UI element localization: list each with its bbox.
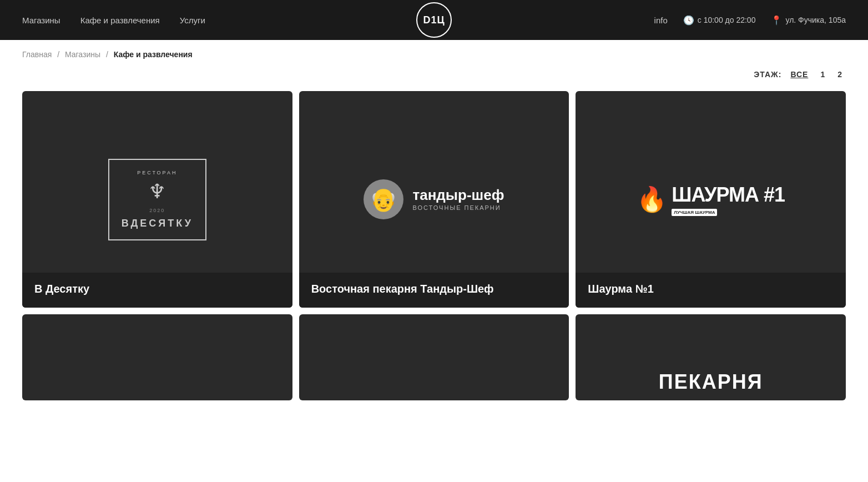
card-shaurma[interactable]: 🔥 ШАУРМА #1 ЛУЧШАЯ ШАУРМА Шаурма №1 xyxy=(576,91,846,308)
card-5[interactable] xyxy=(299,314,569,400)
clock-icon: 🕓 xyxy=(683,15,694,26)
card-tandir[interactable]: 👴 тандыр-шеф ВОСТОЧНЫЕ ПЕКАРНИ Восточная… xyxy=(299,91,569,308)
tandir-circle: 👴 xyxy=(364,179,403,219)
card-vdesyatku[interactable]: РЕСТОРАН ♆ 2020 ВДЕСЯТКУ В Десятку xyxy=(22,91,292,308)
breadcrumb-home[interactable]: Главная xyxy=(22,50,52,59)
floor-label: ЭТАЖ: xyxy=(754,70,781,79)
breadcrumb-current: Кафе и развлечения xyxy=(114,50,193,59)
location-icon: 📍 xyxy=(771,15,782,26)
vdesyatku-top: РЕСТОРАН xyxy=(137,170,177,175)
breadcrumb-sep1: / xyxy=(57,50,62,59)
breadcrumb-sep2: / xyxy=(106,50,110,59)
breadcrumb-shops[interactable]: Магазины xyxy=(65,50,100,59)
logo-circle: D1Ц xyxy=(416,2,452,38)
vdesyatku-name: ВДЕСЯТКУ xyxy=(122,218,193,229)
nav-info-link[interactable]: info xyxy=(654,16,668,25)
vdesyatku-year: 2020 xyxy=(149,208,165,213)
floor-2-button[interactable]: 2 xyxy=(834,69,846,80)
pekarnya-text: ПЕКАРНЯ xyxy=(659,370,763,394)
logo-shaurma: 🔥 ШАУРМА #1 ЛУЧШАЯ ШАУРМА xyxy=(637,183,785,216)
floor-filter: ЭТАЖ: ВСЕ 1 2 xyxy=(0,69,868,91)
navbar: Магазины Кафе и развлечения Услуги D1Ц i… xyxy=(0,0,868,40)
tandir-main-text: тандыр-шеф xyxy=(412,188,504,202)
card-4[interactable] xyxy=(22,314,292,400)
nav-link-services[interactable]: Услуги xyxy=(180,16,205,25)
shaurma-badge: ЛУЧШАЯ ШАУРМА xyxy=(672,209,717,216)
logo-tandir: 👴 тандыр-шеф ВОСТОЧНЫЕ ПЕКАРНИ xyxy=(364,179,504,219)
shaurma-text: ШАУРМА #1 xyxy=(672,183,785,207)
hours-text: с 10:00 до 22:00 xyxy=(698,16,756,24)
nav-hours: 🕓 с 10:00 до 22:00 xyxy=(683,15,756,26)
logo-vdesyatku: РЕСТОРАН ♆ 2020 ВДЕСЯТКУ xyxy=(108,159,206,240)
address-text: ул. Фучика, 105а xyxy=(785,16,846,24)
nav-link-shops[interactable]: Магазины xyxy=(22,16,60,25)
card-label-shaurma: Шаурма №1 xyxy=(576,273,846,308)
flame-icon: 🔥 xyxy=(637,185,667,214)
floor-1-button[interactable]: 1 xyxy=(817,69,829,80)
tandir-sub-text: ВОСТОЧНЫЕ ПЕКАРНИ xyxy=(412,204,504,211)
card-6[interactable]: ПЕКАРНЯ xyxy=(576,314,846,400)
nav-right: info 🕓 с 10:00 до 22:00 📍 ул. Фучика, 10… xyxy=(654,15,846,26)
nav-links: Магазины Кафе и развлечения Услуги xyxy=(22,16,205,25)
chef-icon: 👴 xyxy=(370,187,397,213)
nav-link-cafe[interactable]: Кафе и развлечения xyxy=(80,16,160,25)
breadcrumb: Главная / Магазины / Кафе и развлечения xyxy=(0,40,868,69)
cards-grid: РЕСТОРАН ♆ 2020 ВДЕСЯТКУ В Десятку 👴 тан… xyxy=(0,91,868,423)
floor-all-button[interactable]: ВСЕ xyxy=(787,69,811,80)
nav-address: 📍 ул. Фучика, 105а xyxy=(771,15,846,26)
logo-container[interactable]: D1Ц xyxy=(416,2,452,38)
card-label-tandir: Восточная пекарня Тандыр-Шеф xyxy=(299,273,569,308)
card-label-vdesyatku: В Десятку xyxy=(22,273,292,308)
vdesyatku-icon: ♆ xyxy=(148,180,166,203)
logo-text: D1Ц xyxy=(423,14,445,26)
tandir-text-group: тандыр-шеф ВОСТОЧНЫЕ ПЕКАРНИ xyxy=(412,188,504,211)
